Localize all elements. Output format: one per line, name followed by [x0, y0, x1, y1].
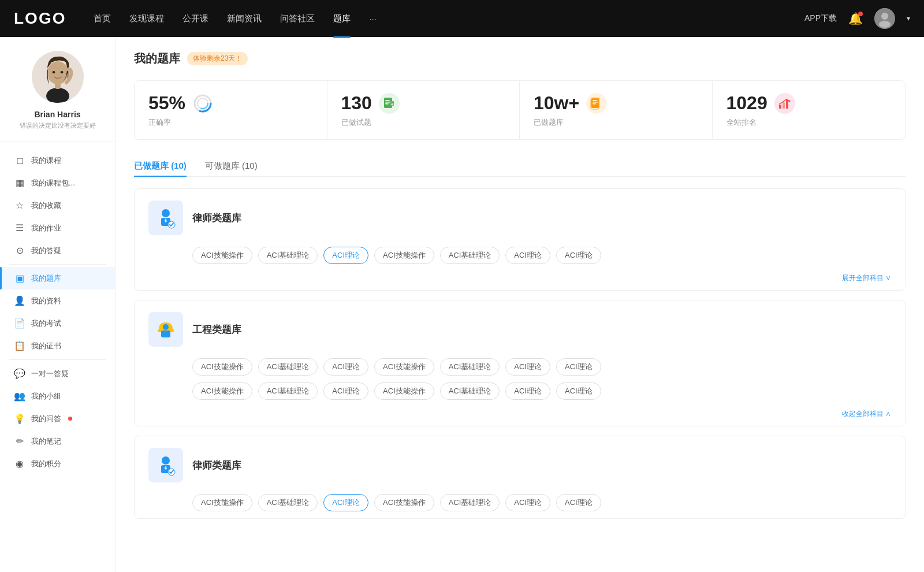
tag-2-4[interactable]: ACI技能操作 — [374, 358, 434, 376]
sidebar-item-exam[interactable]: 📄 我的考试 — [0, 312, 115, 335]
user-motto: 错误的决定比没有决定要好 — [20, 121, 96, 130]
sidebar-item-materials[interactable]: 👤 我的资料 — [0, 289, 115, 312]
sidebar-item-homework[interactable]: ☰ 我的作业 — [0, 217, 115, 239]
sidebar-item-course-package[interactable]: ▦ 我的课程包... — [0, 172, 115, 194]
tag-2-r2-4[interactable]: ACI技能操作 — [374, 382, 434, 400]
stat-questions-done: 130 + 已做试题 — [327, 81, 520, 139]
navbar: LOGO 首页 发现课程 公开课 新闻资讯 问答社区 题库 ··· APP下载 … — [0, 0, 924, 37]
sidebar-item-certificate[interactable]: 📋 我的证书 — [0, 335, 115, 357]
pie-chart-icon — [192, 93, 213, 114]
tag-2-6[interactable]: ACI理论 — [505, 358, 550, 376]
tag-2-r2-2[interactable]: ACI基础理论 — [258, 382, 318, 400]
sidebar-item-courses[interactable]: ◻ 我的课程 — [0, 149, 115, 172]
page-title: 我的题库 — [134, 51, 180, 66]
nav-news[interactable]: 新闻资讯 — [227, 11, 262, 27]
nav-open-course[interactable]: 公开课 — [182, 11, 208, 27]
sidebar-item-notes[interactable]: ✏ 我的笔记 — [0, 430, 115, 452]
sidebar-item-favorites[interactable]: ☆ 我的收藏 — [0, 194, 115, 217]
bank-title-1: 律师类题库 — [192, 211, 241, 225]
sidebar-menu: ◻ 我的课程 ▦ 我的课程包... ☆ 我的收藏 ☰ 我的作业 ⊙ 我的答疑 ▣ — [0, 142, 115, 482]
stat-correct-rate: 55% 正确率 — [135, 81, 327, 139]
stat-value-correct-rate: 55% — [148, 92, 185, 114]
bank-card-header-2: 工程类题库 — [135, 300, 905, 358]
bank-title-2: 工程类题库 — [192, 323, 241, 336]
sidebar-item-one-on-one[interactable]: 💬 一对一答疑 — [0, 362, 115, 385]
tag-2-r2-3[interactable]: ACI理论 — [323, 382, 368, 400]
favorites-icon: ☆ — [14, 200, 25, 211]
tag-1-1[interactable]: ACI技能操作 — [192, 247, 252, 264]
tag-1-3[interactable]: ACI理论 — [323, 247, 368, 264]
tab-available[interactable]: 可做题库 (10) — [205, 156, 258, 176]
tag-2-2[interactable]: ACI基础理论 — [258, 358, 318, 376]
nav-home[interactable]: 首页 — [94, 11, 111, 27]
engineer-bank-icon — [148, 312, 183, 347]
tag-2-r2-5[interactable]: ACI基础理论 — [440, 382, 500, 400]
tag-1-4[interactable]: ACI技能操作 — [374, 247, 434, 264]
one-on-one-icon: 💬 — [14, 368, 25, 379]
materials-icon: 👤 — [14, 295, 25, 306]
tag-3-6[interactable]: ACI理论 — [505, 494, 550, 511]
svg-rect-25 — [783, 102, 785, 109]
tag-2-r2-6[interactable]: ACI理论 — [505, 382, 550, 400]
nav-qa[interactable]: 问答社区 — [280, 11, 315, 27]
sidebar-item-question-bank[interactable]: ▣ 我的题库 — [0, 267, 115, 289]
sidebar-item-qa-answer[interactable]: ⊙ 我的答疑 — [0, 239, 115, 262]
tag-3-7[interactable]: ACI理论 — [556, 494, 601, 511]
tag-3-5[interactable]: ACI基础理论 — [440, 494, 500, 511]
tag-3-4[interactable]: ACI技能操作 — [374, 494, 434, 511]
sidebar-item-my-qa[interactable]: 💡 我的问答 — [0, 407, 115, 430]
user-avatar-nav[interactable] — [874, 8, 895, 29]
tag-2-5[interactable]: ACI基础理论 — [440, 358, 500, 376]
tag-1-7[interactable]: ACI理论 — [556, 247, 601, 264]
doc-orange-icon — [586, 93, 607, 114]
stat-top-4: 1029 — [726, 92, 892, 114]
sidebar-item-points[interactable]: ◉ 我的积分 — [0, 452, 115, 475]
tag-2-7[interactable]: ACI理论 — [556, 358, 601, 376]
tag-3-3[interactable]: ACI理论 — [323, 494, 368, 511]
bank-card-3: 律师类题库 ACI技能操作 ACI基础理论 ACI理论 ACI技能操作 ACI基… — [134, 436, 906, 519]
tag-2-3[interactable]: ACI理论 — [323, 358, 368, 376]
stat-ranking: 1029 全站排名 — [713, 81, 906, 139]
nav-discover[interactable]: 发现课程 — [129, 11, 164, 27]
app-download-button[interactable]: APP下载 — [804, 13, 837, 24]
stat-value-banks: 10w+ — [534, 92, 579, 114]
svg-rect-21 — [593, 102, 598, 103]
tag-1-5[interactable]: ACI基础理论 — [440, 247, 500, 264]
lawyer-bank-icon-1 — [148, 200, 183, 235]
sidebar-item-groups[interactable]: 👥 我的小组 — [0, 385, 115, 407]
tab-done[interactable]: 已做题库 (10) — [134, 156, 187, 176]
nav-bank[interactable]: 题库 — [333, 11, 351, 27]
svg-rect-22 — [593, 103, 596, 105]
nav-more[interactable]: ··· — [369, 12, 377, 26]
sidebar-divider-2 — [9, 359, 106, 360]
sidebar: Brian Harris 错误的决定比没有决定要好 ◻ 我的课程 ▦ 我的课程包… — [0, 37, 116, 572]
notification-bell[interactable]: 🔔 — [848, 12, 863, 25]
tag-3-2[interactable]: ACI基础理论 — [258, 494, 318, 511]
points-icon: ◉ — [14, 458, 25, 469]
doc-green-icon: + — [379, 93, 400, 114]
tag-2-1[interactable]: ACI技能操作 — [192, 358, 252, 376]
bank-card-header-1: 律师类题库 — [135, 189, 905, 247]
courses-icon: ◻ — [14, 155, 25, 166]
svg-rect-20 — [593, 100, 597, 101]
tag-2-r2-7[interactable]: ACI理论 — [556, 382, 601, 400]
expand-link-1[interactable]: 展开全部科目 ∨ — [135, 271, 905, 290]
tag-1-6[interactable]: ACI理论 — [505, 247, 550, 264]
tag-3-1[interactable]: ACI技能操作 — [192, 494, 252, 511]
svg-text:+: + — [391, 102, 393, 106]
bank-card-1: 律师类题库 ACI技能操作 ACI基础理论 ACI理论 ACI技能操作 ACI基… — [134, 188, 906, 291]
course-package-icon: ▦ — [14, 177, 25, 188]
lawyer-bank-icon-3 — [148, 448, 183, 482]
collapse-link-2[interactable]: 收起全部科目 ∧ — [135, 407, 905, 426]
trial-badge: 体验剩余23天！ — [187, 52, 248, 65]
svg-point-2 — [879, 21, 891, 28]
homework-icon: ☰ — [14, 222, 25, 233]
tag-1-2[interactable]: ACI基础理论 — [258, 247, 318, 264]
svg-rect-26 — [786, 100, 788, 109]
user-menu-chevron[interactable]: ▾ — [907, 14, 910, 23]
stats-row: 55% 正确率 130 — [134, 80, 906, 140]
bank-card-2: 工程类题库 ACI技能操作 ACI基础理论 ACI理论 ACI技能操作 ACI基… — [134, 300, 906, 426]
main-content: 我的题库 体验剩余23天！ 55% 正确 — [116, 37, 924, 572]
tag-2-r2-1[interactable]: ACI技能操作 — [192, 382, 252, 400]
logo: LOGO — [14, 9, 66, 28]
